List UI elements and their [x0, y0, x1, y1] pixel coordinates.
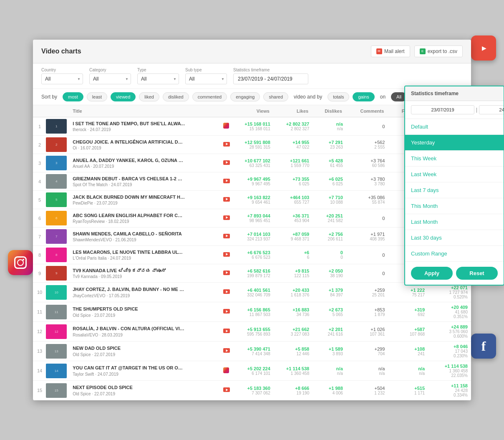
likes-sub: 453 904: [277, 218, 309, 223]
engage-cell: +20 409 41 680 0.351%: [428, 302, 471, 322]
sort-gains-button[interactable]: gains: [353, 92, 374, 101]
row-num: 11: [33, 302, 44, 322]
dislikes-sub: 5 065: [316, 312, 343, 317]
dislikes-main: +7 291: [316, 140, 343, 145]
video-channel: RosaliaVEVO · 28.03.2019: [73, 333, 217, 337]
row-info: GRIEZMANN DEBUT - BARCA VS CHELSEA 1-2 H…: [68, 172, 221, 191]
comments-main: +3 764: [350, 158, 385, 163]
video-title: I SET THE TONE AND TEMPO, BUT SHE'LL ALW…: [73, 121, 185, 126]
likes-sub: 1 360 458: [277, 371, 309, 376]
video-title: ABC SONG LEARN ENGLISH ALPHABET FOR CHIL…: [73, 212, 185, 218]
category-select[interactable]: All: [89, 73, 131, 84]
mail-alert-button[interactable]: ✉ Mail alert: [371, 46, 410, 57]
table-row: 14 14 YOU CAN GET IT AT @TARGET IN THE U…: [33, 361, 471, 381]
dislikes-cell: +7 291 23 263: [312, 136, 346, 154]
comments-main: +562: [350, 140, 385, 145]
dislikes-main: +5 428: [316, 158, 343, 163]
likes-cell: +87 059 9 468 371: [274, 228, 312, 246]
video-title: YOU CAN GET IT AT @TARGET IN THE US OR O…: [73, 365, 185, 371]
apply-button[interactable]: Apply: [411, 267, 453, 280]
views-sub: 199 879 172: [235, 273, 270, 278]
popup-date-to[interactable]: [479, 105, 504, 114]
video-title: NEXT EPISODE OLD SPICE: [73, 384, 185, 390]
popup-option-last-week[interactable]: Last Week: [405, 167, 504, 182]
sort-totals-button[interactable]: totals: [328, 92, 349, 101]
subtype-select[interactable]: All: [185, 73, 227, 84]
likes-sub: 19 190: [277, 391, 309, 395]
sort-commented-button[interactable]: commented: [192, 92, 227, 101]
dislikes-sub: 4 006: [316, 391, 343, 395]
video-title: THE SHUMPERTS OLD SPICE: [73, 306, 185, 312]
sort-viewed-button[interactable]: viewed: [111, 92, 136, 101]
engage-main: +1 114 538: [431, 364, 468, 369]
country-select[interactable]: All: [41, 73, 83, 84]
dislikes-sub: 241 616: [316, 332, 343, 336]
popup-option-last-7-days[interactable]: Last 7 days: [405, 182, 504, 198]
popup-option-this-month[interactable]: This Month: [405, 198, 504, 214]
sort-most-button[interactable]: most: [63, 92, 83, 101]
video-title: ANUEL AA, DADDY YANKEE, KAROL G, OZUNA &…: [73, 157, 185, 163]
row-thumbnail: 14: [44, 361, 68, 381]
subtype-filter-group: Sub type All: [185, 68, 227, 84]
platform-icon-cell: [222, 283, 232, 302]
dislikes-sub: 10 088: [316, 200, 343, 205]
table-row: 15 15 NEXT EPISODE OLD SPICE Old Spice ·…: [33, 381, 471, 400]
likes-cell: +21 662 3 227 083: [274, 322, 312, 341]
dislikes-cell: +5 428 61 455: [312, 154, 346, 172]
table-row: 13 13 NEW DAD OLD SPICE Old Spice · 22.0…: [33, 341, 471, 361]
likes-main: +1 114 538: [277, 366, 309, 371]
popup-option-default[interactable]: Default: [405, 119, 504, 135]
popup-option-custom-range[interactable]: Custom Range: [405, 246, 504, 262]
likes-main: +16 883: [277, 307, 309, 312]
dislikes-main: +1 379: [316, 288, 343, 293]
views-cell: +7 893 044 98 965 451: [232, 209, 274, 228]
popup-option-yesterday[interactable]: Yesterday: [405, 135, 504, 151]
timeframe-popup: Statistics timeframe | DefaultYesterdayT…: [404, 86, 504, 286]
video-channel: Old Spice · 22.07.2019: [73, 352, 217, 357]
views-cell: +6 676 523 6 676 523: [232, 246, 274, 264]
thumbnail-image: 3: [46, 156, 67, 170]
sort-disliked-button[interactable]: disliked: [163, 92, 189, 101]
platform-icon-cell: [222, 361, 232, 381]
popup-option-this-week[interactable]: This Week: [405, 151, 504, 167]
likes-main: +87 059: [277, 232, 309, 237]
engage-sub: 1 360 458: [431, 369, 468, 373]
comments-sub: n/a: [350, 371, 385, 376]
thumbnail-image: 11: [46, 305, 67, 319]
sort-liked-button[interactable]: liked: [139, 92, 159, 101]
views-main: +5 183 360: [235, 386, 270, 391]
reset-button[interactable]: Reset: [456, 267, 498, 280]
sort-shared-button[interactable]: shared: [263, 92, 288, 101]
views-main: +10 677 102: [235, 158, 270, 163]
timeframe-input[interactable]: [233, 73, 308, 84]
views-main: +6 676 523: [235, 250, 270, 255]
popup-option-last-month[interactable]: Last Month: [405, 214, 504, 230]
type-select[interactable]: All: [137, 73, 179, 84]
comments-main: +1 971: [350, 232, 385, 237]
sort-least-button[interactable]: least: [87, 92, 107, 101]
likes-cell: +36 371 453 904: [274, 209, 312, 228]
comments-sub: 408 395: [350, 237, 385, 241]
thumbnail-image: 6: [46, 211, 67, 225]
youtube-platform-icon: [223, 309, 230, 314]
dislikes-cell: +7 710 10 088: [312, 191, 346, 209]
sort-engaging-button[interactable]: engaging: [230, 92, 260, 101]
popup-option-last-30-days[interactable]: Last 30 days: [405, 230, 504, 246]
comments-main: +259: [350, 288, 385, 293]
likes-main: +2 802 327: [277, 121, 309, 126]
likes-sub: 47 022: [277, 145, 309, 149]
row-thumbnail: 3: [44, 154, 68, 172]
popup-header: Statistics timeframe: [405, 86, 504, 101]
fbshares-main: +587: [391, 327, 425, 332]
popup-date-from[interactable]: [411, 105, 474, 114]
likes-cell: +6 6: [274, 246, 312, 264]
export-csv-button[interactable]: E export to .csv: [414, 46, 463, 57]
youtube-platform-icon: [223, 252, 230, 257]
views-cell: +6 156 865 11 867 503: [232, 302, 274, 322]
main-container: f Video charts ✉ Mail alert E export to …: [33, 40, 471, 400]
views-main: +7 893 044: [235, 213, 270, 218]
views-sub: 324 213 937: [235, 237, 270, 241]
likes-cell: +14 955 47 022: [274, 136, 312, 154]
col-title: Title: [68, 105, 221, 117]
thumbnail-image: 13: [46, 344, 67, 359]
